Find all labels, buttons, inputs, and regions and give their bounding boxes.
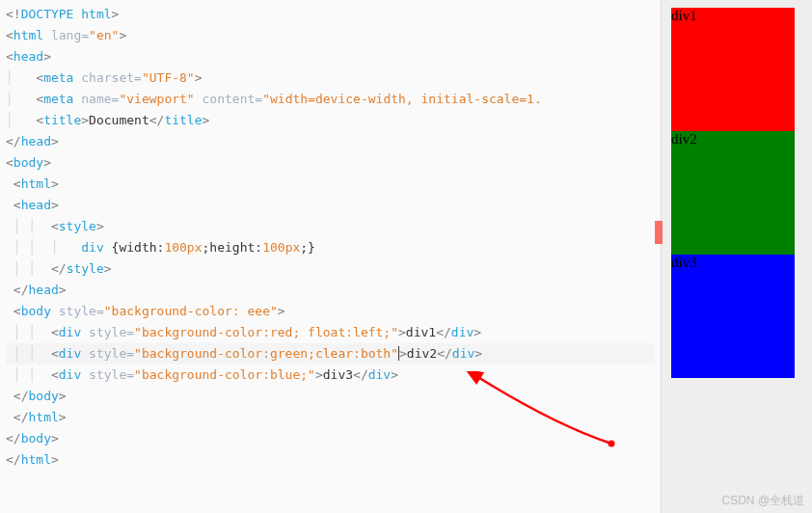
watermark: CSDN @全栈道 xyxy=(721,493,804,509)
code-line[interactable]: <body> xyxy=(6,152,655,174)
code-editor[interactable]: <!DOCTYPE html><html lang="en"><head>│ <… xyxy=(0,0,662,513)
code-line[interactable]: </head> xyxy=(6,131,655,152)
code-line[interactable]: │ │ </style> xyxy=(6,258,655,280)
preview-box-blue: div3 xyxy=(671,255,795,378)
code-line[interactable]: │ │ <style> xyxy=(6,216,655,237)
code-line[interactable]: │ <meta name="viewport" content="width=d… xyxy=(6,89,655,110)
app-container: <!DOCTYPE html><html lang="en"><head>│ <… xyxy=(0,0,812,513)
preview-box-red: div1 xyxy=(671,8,795,131)
code-line[interactable]: <head> xyxy=(6,195,655,216)
code-line[interactable]: </html> xyxy=(6,407,655,428)
code-line[interactable]: </body> xyxy=(6,428,655,449)
code-line[interactable]: </html> xyxy=(6,449,655,471)
code-line[interactable]: │ │ <div style="background-color:red; fl… xyxy=(6,322,655,343)
code-line[interactable]: │ │ <div style="background-color:green;c… xyxy=(6,343,655,364)
code-line[interactable]: <!DOCTYPE html> xyxy=(6,4,655,25)
code-line[interactable]: │ │ <div style="background-color:blue;">… xyxy=(6,364,655,386)
code-line[interactable]: │ <title>Document</title> xyxy=(6,110,655,131)
preview-box-green: div2 xyxy=(671,131,795,255)
code-line[interactable]: │ <meta charset="UTF-8"> xyxy=(6,68,655,89)
code-line[interactable]: <html> xyxy=(6,174,655,195)
code-line[interactable]: </head> xyxy=(6,280,655,301)
code-line[interactable]: </body> xyxy=(6,386,655,407)
code-line[interactable]: <body style="background-color: eee"> xyxy=(6,301,655,322)
code-line[interactable]: │ │ │ div {width:100px;height:100px;} xyxy=(6,237,655,258)
preview-pane: div1 div2 div3 xyxy=(662,0,812,513)
code-line[interactable]: <head> xyxy=(6,46,655,68)
code-line[interactable]: <html lang="en"> xyxy=(6,25,655,46)
scroll-marker xyxy=(655,221,663,244)
